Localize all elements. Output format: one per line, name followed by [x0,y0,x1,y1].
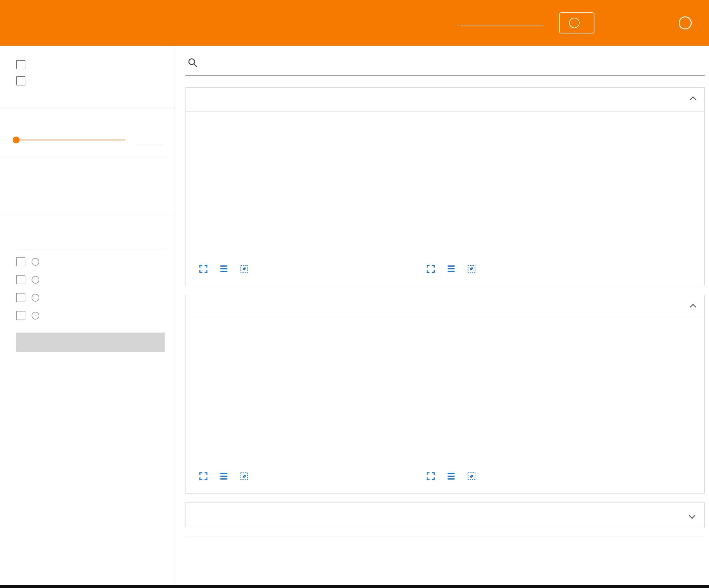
data-table-icon[interactable] [219,264,229,274]
line-chart-canvas[interactable] [195,124,412,257]
settings-sidebar [0,46,175,585]
topbar [0,0,709,46]
run-color-circle [32,258,39,266]
tooltip-sorting-row [16,94,165,96]
help-glyph [679,17,692,29]
toggle-all-runs-button[interactable] [16,333,165,352]
run-item-ada[interactable] [16,288,165,307]
axis-wall-button[interactable] [16,191,40,202]
line-chart-canvas[interactable] [422,332,639,465]
tag-filter-bar [185,52,705,76]
smoothing-section [0,108,175,158]
data-table-icon[interactable] [446,264,456,274]
upload-button[interactable] [559,12,595,33]
section-rollout-header[interactable] [186,295,704,319]
chart-actions [195,264,417,274]
charts-row [186,112,704,286]
next-card-top-edge [185,536,705,536]
info-icon [569,18,580,28]
smoothing-slider-row [16,134,165,146]
tooltip-sorting-select[interactable] [93,94,107,96]
show-download-links-row[interactable] [16,60,165,69]
settings-gear-icon[interactable] [651,11,674,35]
collapse-chevron-icon[interactable] [689,512,695,519]
status-dropdown[interactable] [457,21,543,25]
horizontal-axis-section [0,158,175,214]
run-item-aave[interactable] [16,271,165,288]
chart-card-mean-ep-length [195,121,417,274]
chart-actions [422,264,644,274]
runs-filter-input[interactable] [16,231,165,248]
nav-tabs [50,0,87,46]
run-list [16,253,165,325]
search-icon [187,57,198,68]
page-body [0,46,709,585]
axis-relative-button[interactable] [40,180,63,191]
main-content [175,46,709,585]
tab-scalars[interactable] [69,0,87,46]
fullscreen-icon[interactable] [199,264,208,274]
collapse-chevron-icon[interactable] [690,304,696,310]
data-table-icon[interactable] [219,471,229,481]
runs-section [0,214,175,374]
smoothing-value-input[interactable] [134,135,155,145]
tab-time-series[interactable] [50,0,69,46]
chart-card-mean-reward [422,121,644,274]
brightness-icon[interactable] [605,11,628,35]
tag-filter-input[interactable] [204,57,703,68]
smoothing-value-box [134,134,163,146]
run-color-circle [32,294,39,302]
axis-buttons [16,180,165,202]
section-eval-header[interactable] [186,87,704,112]
help-icon[interactable] [674,11,697,35]
run-color-circle [32,276,39,284]
run-checkbox[interactable] [16,275,25,284]
chart-card-ep-len-mean [195,329,417,481]
axis-step-button[interactable] [16,180,40,191]
show-download-links-checkbox[interactable] [16,60,25,69]
ignore-outliers-row[interactable] [16,76,165,85]
fit-to-data-icon[interactable] [240,264,249,274]
run-checkbox[interactable] [16,293,25,302]
run-checkbox[interactable] [16,311,25,320]
fullscreen-icon[interactable] [199,471,208,481]
chart-actions [195,471,417,481]
section-time [185,502,705,527]
data-table-icon[interactable] [446,471,456,481]
bottom-edge [0,585,709,588]
fit-to-data-icon[interactable] [467,264,476,274]
chart-card-ep-rew-mean [422,329,644,481]
line-chart-canvas[interactable] [422,124,639,257]
run-item-btc[interactable] [16,307,165,325]
fit-to-data-icon[interactable] [240,471,249,481]
ignore-outliers-checkbox[interactable] [16,76,25,85]
section-eval [185,87,705,286]
smoothing-slider[interactable] [16,139,125,140]
line-chart-canvas[interactable] [195,332,412,465]
run-checkbox[interactable] [16,257,25,266]
run-item-1inch[interactable] [16,253,165,271]
refresh-icon[interactable] [628,11,651,35]
chart-actions [422,471,644,481]
fullscreen-icon[interactable] [426,264,435,274]
charts-row [186,319,704,493]
section-rollout [185,295,705,493]
fit-to-data-icon[interactable] [467,471,476,481]
section-time-header[interactable] [186,503,704,527]
fullscreen-icon[interactable] [426,471,435,481]
collapse-chevron-icon[interactable] [690,96,696,103]
run-color-circle [32,312,39,319]
slider-thumb[interactable] [13,136,20,143]
general-settings-section [0,60,175,108]
